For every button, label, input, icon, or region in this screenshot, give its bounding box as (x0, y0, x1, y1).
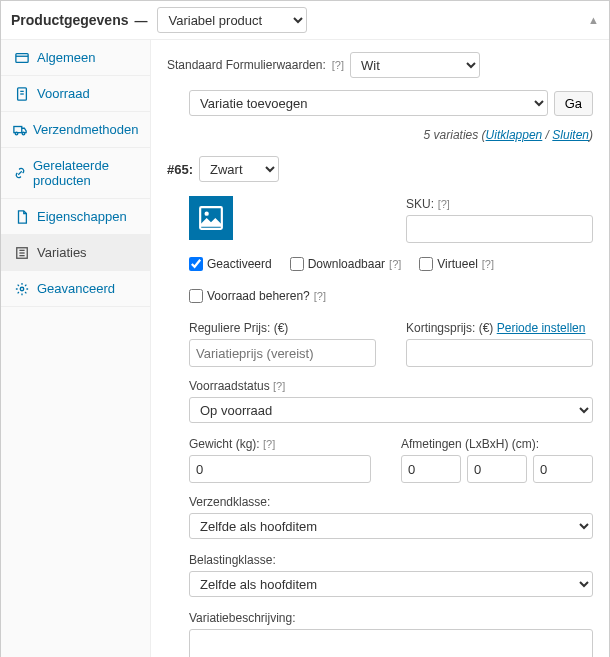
panel-body: Algemeen Voorraad Verzendmethoden Gerela… (1, 40, 609, 657)
main-content: Standaard Formulierwaarden: [?] Wit Vari… (151, 40, 609, 657)
panel-collapse-toggle[interactable]: ▲ (588, 14, 599, 26)
tax-class-group: Belastingklasse: Zelfde als hoofditem (189, 553, 593, 597)
tax-class-label: Belastingklasse: (189, 553, 593, 567)
dash: — (134, 13, 147, 28)
panel-header: Productgegevens — Variabel product ▲ (1, 1, 609, 40)
dim-length-input[interactable] (401, 455, 461, 483)
document-icon (13, 210, 31, 224)
list-icon (13, 246, 31, 260)
note-icon (13, 87, 31, 101)
variation-count: 5 variaties (424, 128, 479, 142)
help-icon[interactable]: [?] (263, 438, 275, 450)
help-icon[interactable]: [?] (314, 290, 326, 302)
downloadable-checkbox[interactable]: Downloadbaar [?] (290, 257, 402, 271)
sidebar-item-label: Gerelateerde producten (33, 158, 138, 188)
sidebar: Algemeen Voorraad Verzendmethoden Gerela… (1, 40, 151, 657)
panel-title: Productgegevens (11, 12, 128, 28)
add-variation-select[interactable]: Variatie toevoegen (189, 90, 548, 116)
variations-summary: 5 variaties (Uitklappen / Sluiten) (167, 128, 593, 142)
help-icon[interactable]: [?] (332, 59, 344, 71)
go-button[interactable]: Ga (554, 91, 593, 116)
svg-point-6 (15, 132, 18, 135)
thumb-sku-row: SKU: [?] (189, 196, 593, 243)
default-form-select[interactable]: Wit (350, 52, 480, 78)
help-icon[interactable]: [?] (438, 198, 450, 210)
dim-width-input[interactable] (467, 455, 527, 483)
variation-image-upload[interactable] (189, 196, 233, 240)
sidebar-item-general[interactable]: Algemeen (1, 40, 150, 76)
variation-checkboxes: Geactiveerd Downloadbaar [?] Virtueel [?… (189, 257, 593, 303)
sidebar-item-inventory[interactable]: Voorraad (1, 76, 150, 112)
svg-rect-5 (14, 126, 22, 132)
sku-input[interactable] (406, 215, 593, 243)
sidebar-item-label: Eigenschappen (37, 209, 127, 224)
default-form-row: Standaard Formulierwaarden: [?] Wit (167, 52, 593, 78)
stock-status-select[interactable]: Op voorraad (189, 397, 593, 423)
virtual-checkbox[interactable]: Virtueel [?] (419, 257, 494, 271)
svg-point-14 (205, 212, 209, 216)
stock-status-label: Voorraadstatus (189, 379, 270, 393)
sidebar-item-linked[interactable]: Gerelateerde producten (1, 148, 150, 199)
sidebar-item-label: Verzendmethoden (33, 122, 139, 137)
shipping-class-group: Verzendklasse: Zelfde als hoofditem (189, 495, 593, 539)
weight-dims-row: Gewicht (kg): [?] Afmetingen (LxBxH) (cm… (189, 437, 593, 483)
tax-class-select[interactable]: Zelfde als hoofditem (189, 571, 593, 597)
sale-price-input[interactable] (406, 339, 593, 367)
dimensions-inputs (401, 455, 593, 483)
expand-link[interactable]: Uitklappen (486, 128, 543, 142)
gear-icon (13, 282, 31, 296)
shipping-class-label: Verzendklasse: (189, 495, 593, 509)
sidebar-item-advanced[interactable]: Geavanceerd (1, 271, 150, 307)
link-icon (13, 166, 27, 180)
manage-stock-checkbox[interactable]: Voorraad beheren? [?] (189, 289, 326, 303)
sku-label: SKU: (406, 197, 434, 211)
variation-body: SKU: [?] Geactiveerd Downloadbaar [?] Vi… (167, 196, 593, 657)
collapse-link[interactable]: Sluiten (552, 128, 589, 142)
description-textarea[interactable] (189, 629, 593, 657)
price-row: Reguliere Prijs: (€) Kortingsprijs: (€) … (189, 321, 593, 367)
schedule-link[interactable]: Periode instellen (497, 321, 586, 335)
sale-price-label: Kortingsprijs: (€) Periode instellen (406, 321, 593, 335)
product-data-panel: Productgegevens — Variabel product ▲ Alg… (0, 0, 610, 657)
dimensions-label: Afmetingen (LxBxH) (cm): (401, 437, 593, 451)
stock-status-group: Voorraadstatus [?] Op voorraad (189, 379, 593, 423)
add-variation-row: Variatie toevoegen Ga (167, 90, 593, 116)
sidebar-item-attributes[interactable]: Eigenschappen (1, 199, 150, 235)
variation-attribute-select[interactable]: Zwart (199, 156, 279, 182)
description-label: Variatiebeschrijving: (189, 611, 593, 625)
sidebar-item-label: Variaties (37, 245, 87, 260)
product-type-select[interactable]: Variabel product (157, 7, 307, 33)
regular-price-label: Reguliere Prijs: (€) (189, 321, 376, 335)
help-icon[interactable]: [?] (273, 380, 285, 392)
help-icon[interactable]: [?] (482, 258, 494, 270)
sidebar-item-label: Algemeen (37, 50, 96, 65)
sidebar-item-shipping[interactable]: Verzendmethoden (1, 112, 150, 148)
svg-point-7 (22, 132, 25, 135)
weight-input[interactable] (189, 455, 371, 483)
truck-icon (13, 123, 27, 137)
variation-header: #65: Zwart (167, 156, 593, 182)
activated-checkbox[interactable]: Geactiveerd (189, 257, 272, 271)
shipping-class-select[interactable]: Zelfde als hoofditem (189, 513, 593, 539)
description-group: Variatiebeschrijving: (189, 611, 593, 657)
default-form-label: Standaard Formulierwaarden: (167, 58, 326, 72)
sidebar-item-label: Geavanceerd (37, 281, 115, 296)
help-icon[interactable]: [?] (389, 258, 401, 270)
dim-height-input[interactable] (533, 455, 593, 483)
svg-rect-0 (16, 53, 28, 62)
card-icon (13, 51, 31, 65)
sidebar-item-variations[interactable]: Variaties (1, 235, 150, 271)
weight-label: Gewicht (kg): (189, 437, 260, 451)
variation-id: #65: (167, 162, 193, 177)
svg-point-12 (20, 287, 24, 291)
regular-price-input[interactable] (189, 339, 376, 367)
sidebar-item-label: Voorraad (37, 86, 90, 101)
